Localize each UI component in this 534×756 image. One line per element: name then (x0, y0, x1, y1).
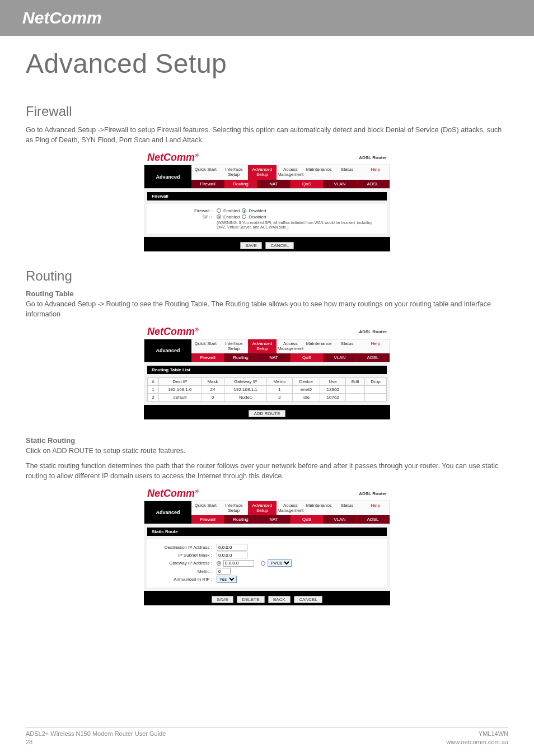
metric-input[interactable] (217, 568, 231, 575)
static-route-screenshot: NetComm® ADSL Router Advanced Quick Star… (144, 486, 390, 606)
spi-enabled-radio[interactable] (217, 214, 221, 219)
pvc-select[interactable]: PVC0 (268, 559, 292, 567)
tab-advanced-setup[interactable]: Advanced Setup (248, 165, 277, 180)
adsl-router-label-3: ADSL Router (359, 491, 387, 496)
subtab-routing-3[interactable]: Routing (224, 515, 257, 524)
th-metric: Metric (267, 378, 293, 386)
tab-maintenance[interactable]: Maintenance (305, 165, 333, 180)
th-destip: Dest IP (158, 378, 201, 386)
tab-status-2[interactable]: Status (333, 339, 362, 354)
tab-quick-start-3[interactable]: Quick Start (191, 501, 220, 516)
rip-select[interactable]: Yes (217, 576, 237, 583)
back-button[interactable]: BACK (268, 596, 291, 603)
gateway-ip-radio[interactable] (217, 561, 221, 566)
table-row: 1 192.168.1.0 24 192.168.1.1 1 enet0 138… (148, 386, 387, 394)
firewall-panel-header: Firewall (147, 192, 387, 200)
subtab-firewall-3[interactable]: Firewall (191, 515, 224, 524)
subtab-vlan[interactable]: VLAN (324, 180, 357, 188)
opt-enabled-2: Enabled (223, 214, 240, 220)
subtab-firewall[interactable]: Firewall (191, 180, 224, 188)
dest-ip-input[interactable] (217, 544, 247, 550)
gateway-ip-label: Gateway IP Address : (153, 561, 214, 566)
content-area: Advanced Setup Firewall Go to Advanced S… (0, 48, 534, 605)
firewall-enabled-radio[interactable] (217, 208, 221, 213)
ss-logo: NetComm (147, 152, 195, 163)
opt-enabled: Enabled (223, 208, 240, 213)
ss-tabs-primary: Quick Start Interface Setup Advanced Set… (191, 165, 390, 180)
tab-quick-start[interactable]: Quick Start (191, 165, 220, 180)
tab-help-3[interactable]: Help (361, 501, 390, 516)
subtab-adsl-3[interactable]: ADSL (357, 515, 390, 524)
spi-toggle-label: SPI : (153, 214, 214, 220)
ss-logo-2: NetComm (147, 326, 195, 337)
adsl-router-label: ADSL Router (359, 155, 387, 160)
subnet-mask-input[interactable] (217, 552, 247, 558)
firewall-toggle-label: Firewall : (153, 208, 214, 213)
th-num: # (148, 378, 159, 386)
subtab-qos[interactable]: QoS (291, 180, 324, 188)
tab-interface-setup[interactable]: Interface Setup (220, 165, 249, 180)
tab-access-mgmt-3[interactable]: Access Management (277, 501, 305, 516)
th-mask: Mask (201, 378, 224, 386)
tab-interface-setup-2[interactable]: Interface Setup (220, 339, 249, 354)
opt-disabled: Disabled (249, 208, 266, 213)
ss-left-label-2: Advanced (144, 339, 191, 362)
static-routing-p1: Click on ADD ROUTE to setup static route… (26, 446, 508, 456)
subtab-nat-3[interactable]: NAT (257, 515, 291, 524)
ss-left-label: Advanced (144, 165, 191, 188)
subtab-qos-2[interactable]: QoS (291, 353, 324, 362)
opt-disabled-2: Disabled (249, 214, 266, 220)
static-routing-subtitle: Static Routing (26, 436, 508, 445)
add-route-button[interactable]: ADD ROUTE (249, 410, 285, 417)
tab-access-mgmt[interactable]: Access Management (277, 165, 305, 180)
firewall-disabled-radio[interactable] (242, 208, 246, 213)
tab-maintenance-3[interactable]: Maintenance (305, 501, 333, 516)
tab-advanced-setup-2[interactable]: Advanced Setup (248, 339, 277, 354)
gateway-ip-input[interactable] (223, 560, 254, 567)
tab-access-mgmt-2[interactable]: Access Management (277, 339, 305, 354)
tab-status-3[interactable]: Status (333, 501, 362, 516)
page-title: Advanced Setup (26, 48, 508, 79)
tab-maintenance-2[interactable]: Maintenance (305, 339, 333, 354)
routing-section-title: Routing (26, 268, 508, 284)
save-button-2[interactable]: SAVE (212, 596, 233, 603)
routing-table-panel-header: Routing Table List (147, 366, 387, 374)
subtab-nat-2[interactable]: NAT (257, 353, 291, 362)
reg-mark: ® (195, 153, 199, 158)
th-drop: Drop (364, 378, 386, 386)
static-route-panel-header: Static Route (147, 528, 387, 536)
tab-help[interactable]: Help (361, 165, 390, 180)
routing-desc: Go to Advanced Setup -> Routing to see t… (26, 299, 508, 319)
routing-screenshot: NetComm® ADSL Router Advanced Quick Star… (144, 324, 390, 420)
page-footer: ADSL2+ Wireless N150 Modem Router User G… (26, 727, 508, 746)
subtab-nat[interactable]: NAT (257, 180, 291, 188)
tab-quick-start-2[interactable]: Quick Start (191, 339, 220, 354)
subtab-vlan-3[interactable]: VLAN (324, 515, 357, 524)
save-button[interactable]: SAVE (240, 242, 262, 249)
subtab-routing[interactable]: Routing (224, 180, 257, 188)
ss-tabs-secondary: Firewall Routing NAT QoS VLAN ADSL (191, 180, 390, 188)
subtab-adsl[interactable]: ADSL (357, 180, 390, 188)
routing-table-subtitle: Routing Table (26, 290, 508, 298)
cancel-button[interactable]: CANCEL (265, 242, 293, 249)
tab-interface-setup-3[interactable]: Interface Setup (220, 501, 249, 516)
tab-status[interactable]: Status (333, 165, 362, 180)
static-routing-p2: The static routing function determines t… (26, 461, 508, 481)
delete-button[interactable]: DELETE (237, 596, 264, 603)
subtab-vlan-2[interactable]: VLAN (324, 353, 357, 362)
footer-url: www.netcomm.com.au (446, 738, 508, 746)
subtab-qos-3[interactable]: QoS (291, 515, 324, 524)
spi-disabled-radio[interactable] (242, 214, 246, 219)
ss-left-label-3: Advanced (144, 501, 191, 524)
footer-guide-title: ADSL2+ Wireless N150 Modem Router User G… (26, 730, 166, 738)
rip-label: Announced in RIP : (153, 577, 214, 582)
subtab-routing-2[interactable]: Routing (224, 353, 257, 362)
th-use: Use (320, 378, 346, 386)
subtab-adsl-2[interactable]: ADSL (357, 353, 390, 362)
gateway-pvc-radio[interactable] (261, 561, 265, 566)
cancel-button-2[interactable]: CANCEL (294, 596, 322, 603)
tab-help-2[interactable]: Help (361, 339, 390, 354)
subtab-firewall-2[interactable]: Firewall (191, 353, 224, 362)
tab-advanced-setup-3[interactable]: Advanced Setup (248, 501, 277, 516)
footer-model: YML14WN (446, 730, 508, 738)
